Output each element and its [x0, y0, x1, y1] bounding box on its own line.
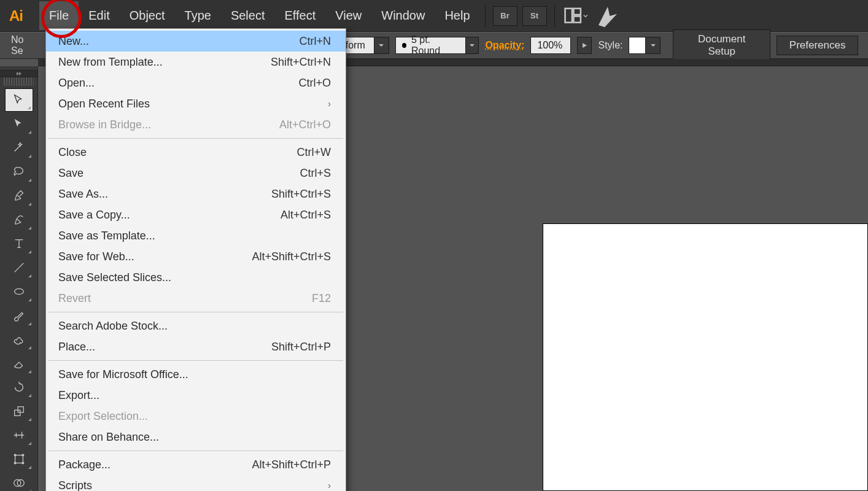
selection-indicator: No Se — [6, 32, 41, 59]
menu-item-export-selection: Export Selection... — [46, 406, 346, 427]
menubar-divider — [485, 5, 486, 27]
gpu-performance-icon[interactable] — [595, 4, 620, 28]
menu-item-new[interactable]: New...Ctrl+N — [46, 31, 346, 52]
bridge-button[interactable]: Br — [493, 6, 517, 26]
brush-definition-value: 5 pt. Round — [411, 34, 457, 56]
menu-select[interactable]: Select — [221, 1, 275, 30]
menu-item-place[interactable]: Place...Shift+Ctrl+P — [46, 336, 346, 357]
menu-item-shortcut: Ctrl+O — [298, 77, 331, 90]
menu-item-label: Save Selected Slices... — [58, 271, 331, 284]
menu-item-shortcut: Shift+Ctrl+S — [271, 188, 331, 201]
ellipse-tool[interactable] — [5, 280, 33, 303]
opacity-label[interactable]: Opacity: — [485, 40, 524, 51]
menu-separator — [48, 360, 343, 361]
arrange-documents-button[interactable] — [564, 4, 588, 28]
opacity-slider-toggle[interactable] — [577, 37, 592, 54]
paintbrush-tool[interactable] — [5, 304, 33, 327]
svg-rect-2 — [573, 17, 580, 23]
magic-wand-tool[interactable] — [5, 136, 33, 160]
blob-brush-tool[interactable] — [5, 328, 33, 351]
menu-item-shortcut: Alt+Ctrl+S — [281, 209, 331, 222]
selection-tool[interactable] — [5, 88, 33, 112]
rotate-tool[interactable] — [5, 376, 33, 399]
tools-panel — [0, 66, 38, 491]
menu-item-shortcut: Ctrl+S — [300, 167, 331, 180]
stock-button[interactable]: St — [522, 6, 547, 26]
menu-item-label: Export... — [58, 389, 331, 402]
menu-type[interactable]: Type — [175, 1, 221, 30]
graphic-style-dropdown[interactable] — [629, 37, 661, 54]
menu-item-label: Place... — [58, 341, 271, 354]
svg-rect-0 — [565, 9, 572, 23]
type-tool[interactable] — [5, 232, 33, 255]
pen-tool[interactable] — [5, 184, 33, 207]
scale-tool[interactable] — [5, 400, 33, 423]
svg-rect-4 — [14, 410, 20, 416]
direct-selection-tool[interactable] — [5, 112, 33, 136]
panel-expand-handle[interactable] — [0, 70, 37, 77]
menu-item-open-recent-files[interactable]: Open Recent Files› — [46, 93, 346, 114]
file-menu-dropdown: New...Ctrl+NNew from Template...Shift+Ct… — [45, 28, 346, 491]
menu-object[interactable]: Object — [120, 1, 175, 30]
opacity-input[interactable]: 100% — [530, 37, 571, 54]
menu-item-shortcut: F12 — [312, 292, 331, 305]
menu-item-search-adobe-stock[interactable]: Search Adobe Stock... — [46, 315, 346, 336]
menu-item-shortcut: Alt+Shift+Ctrl+P — [252, 458, 331, 471]
menu-item-export[interactable]: Export... — [46, 385, 346, 406]
menu-item-save-a-copy[interactable]: Save a Copy...Alt+Ctrl+S — [46, 204, 346, 225]
menu-item-browse-in-bridge: Browse in Bridge...Alt+Ctrl+O — [46, 114, 346, 135]
menu-item-label: Save — [58, 167, 300, 180]
menu-item-label: Search Adobe Stock... — [58, 320, 331, 333]
menu-item-save-as[interactable]: Save As...Shift+Ctrl+S — [46, 184, 346, 204]
menu-window[interactable]: Window — [371, 1, 435, 30]
artboard[interactable] — [543, 223, 868, 491]
panel-grip[interactable] — [4, 77, 34, 86]
menu-item-open[interactable]: Open...Ctrl+O — [46, 72, 346, 93]
menu-item-package[interactable]: Package...Alt+Shift+Ctrl+P — [46, 454, 346, 475]
menu-edit[interactable]: Edit — [79, 1, 119, 30]
menu-item-shortcut: Alt+Shift+Ctrl+S — [252, 250, 331, 263]
menu-item-save-selected-slices[interactable]: Save Selected Slices... — [46, 267, 346, 288]
menu-item-shortcut: Ctrl+N — [299, 35, 331, 48]
svg-rect-6 — [15, 455, 23, 463]
line-segment-tool[interactable] — [5, 256, 33, 279]
eraser-tool[interactable] — [5, 352, 33, 375]
menu-item-new-from-template[interactable]: New from Template...Shift+Ctrl+N — [46, 52, 346, 72]
free-transform-tool[interactable] — [5, 447, 33, 471]
lasso-tool[interactable] — [5, 160, 33, 184]
menu-effect[interactable]: Effect — [274, 1, 325, 30]
menu-item-label: New... — [58, 35, 299, 48]
menu-item-label: Package... — [58, 458, 252, 471]
submenu-arrow-icon: › — [328, 481, 331, 490]
menu-item-save-for-microsoft-office[interactable]: Save for Microsoft Office... — [46, 364, 346, 385]
brush-definition-dropdown[interactable]: 5 pt. Round — [395, 37, 479, 54]
style-label: Style: — [598, 40, 622, 51]
menu-item-share-on-behance[interactable]: Share on Behance... — [46, 427, 346, 447]
menu-item-close[interactable]: CloseCtrl+W — [46, 142, 346, 163]
style-swatch — [629, 37, 646, 54]
menu-item-save[interactable]: SaveCtrl+S — [46, 163, 346, 184]
width-tool[interactable] — [5, 423, 33, 447]
menu-file[interactable]: File — [39, 1, 79, 30]
menu-item-label: Close — [58, 146, 297, 159]
menu-item-shortcut: Alt+Ctrl+O — [279, 118, 331, 131]
menu-item-revert: RevertF12 — [46, 288, 346, 309]
menu-item-label: Browse in Bridge... — [58, 118, 279, 131]
menu-item-label: Save for Web... — [58, 250, 252, 263]
preferences-button[interactable]: Preferences — [777, 36, 859, 55]
svg-point-3 — [14, 288, 23, 294]
menu-item-label: Save as Template... — [58, 230, 331, 242]
menu-item-label: Open Recent Files — [58, 98, 328, 110]
shape-builder-tool[interactable] — [5, 471, 33, 491]
document-setup-button[interactable]: Document Setup — [673, 29, 770, 61]
menu-item-save-as-template[interactable]: Save as Template... — [46, 225, 346, 246]
menu-help[interactable]: Help — [435, 1, 479, 30]
menu-item-scripts[interactable]: Scripts› — [46, 475, 346, 491]
menu-view[interactable]: View — [325, 1, 371, 30]
curvature-tool[interactable] — [5, 208, 33, 231]
app-logo: Ai — [4, 4, 28, 28]
dropdown-arrow-icon — [374, 37, 389, 54]
menu-bar: Ai FileEditObjectTypeSelectEffectViewWin… — [0, 0, 868, 32]
menu-item-save-for-web[interactable]: Save for Web...Alt+Shift+Ctrl+S — [46, 246, 346, 267]
menu-item-label: Save As... — [58, 188, 271, 201]
